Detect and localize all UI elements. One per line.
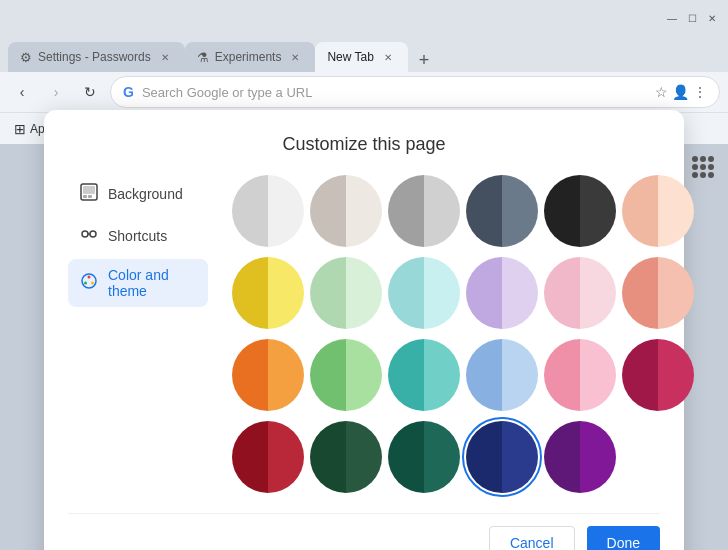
svg-rect-1: [83, 186, 95, 194]
color-swatch-red[interactable]: [232, 421, 304, 493]
settings-tab-icon: ⚙: [20, 50, 32, 65]
google-icon: G: [123, 84, 134, 100]
done-button[interactable]: Done: [587, 526, 660, 550]
color-swatch-gray1[interactable]: [232, 175, 304, 247]
tab-settings-label: Settings - Passwords: [38, 50, 151, 64]
color-swatch-blue-light[interactable]: [466, 339, 538, 411]
window-controls: — ☐ ✕: [664, 10, 720, 26]
svg-point-8: [88, 276, 91, 279]
menu-dots-icon[interactable]: ⋮: [693, 84, 707, 100]
shortcuts-icon: [80, 225, 98, 247]
svg-point-9: [91, 282, 94, 285]
tab-settings[interactable]: ⚙ Settings - Passwords ✕: [8, 42, 185, 72]
tab-settings-close[interactable]: ✕: [157, 49, 173, 65]
color-swatch-black[interactable]: [544, 175, 616, 247]
color-swatch-yellow[interactable]: [232, 257, 304, 329]
tab-experiments-close[interactable]: ✕: [287, 49, 303, 65]
minimize-button[interactable]: —: [664, 10, 680, 26]
tab-newtab[interactable]: New Tab ✕: [315, 42, 407, 72]
modal-overlay: Customize this page Backgro: [0, 144, 728, 550]
color-swatch-navy[interactable]: ✓: [466, 421, 538, 493]
color-swatch-mint[interactable]: [310, 257, 382, 329]
experiments-tab-icon: ⚗: [197, 50, 209, 65]
address-bar[interactable]: G Search Google or type a URL ☆ 👤 ⋮: [110, 76, 720, 108]
color-swatch-pink-light[interactable]: [544, 257, 616, 329]
color-swatch-peach[interactable]: [622, 175, 694, 247]
nav-background[interactable]: Background: [68, 175, 208, 213]
close-button[interactable]: ✕: [704, 10, 720, 26]
color-swatch-orange[interactable]: [232, 339, 304, 411]
color-swatch-gray3[interactable]: [388, 175, 460, 247]
color-swatch-teal[interactable]: [388, 339, 460, 411]
forward-button[interactable]: ›: [42, 78, 70, 106]
modal-title: Customize this page: [68, 134, 660, 155]
tab-experiments-label: Experiments: [215, 50, 282, 64]
nav-background-label: Background: [108, 186, 183, 202]
new-tab-button[interactable]: +: [412, 48, 436, 72]
cancel-button[interactable]: Cancel: [489, 526, 575, 550]
customize-modal: Customize this page Backgro: [44, 110, 684, 550]
address-text: Search Google or type a URL: [142, 85, 647, 100]
color-swatch-lavender[interactable]: [466, 257, 538, 329]
color-swatch-dark-green[interactable]: [310, 421, 382, 493]
tab-newtab-close[interactable]: ✕: [380, 49, 396, 65]
address-icons: ☆ 👤 ⋮: [655, 84, 707, 100]
tabs-bar: ⚙ Settings - Passwords ✕ ⚗ Experiments ✕…: [0, 36, 728, 72]
modal-body: Background Shortcuts: [68, 175, 660, 493]
color-section: ✓: [232, 175, 690, 493]
modal-footer: Cancel Done: [68, 513, 660, 550]
color-swatch-pink[interactable]: [544, 339, 616, 411]
maximize-button[interactable]: ☐: [684, 10, 700, 26]
svg-point-4: [82, 231, 88, 237]
nav-color-theme[interactable]: Color and theme: [68, 259, 208, 307]
color-swatch-crimson[interactable]: [622, 339, 694, 411]
svg-rect-3: [88, 195, 92, 198]
svg-point-5: [90, 231, 96, 237]
color-swatch-salmon[interactable]: [622, 257, 694, 329]
svg-point-10: [84, 282, 87, 285]
color-swatch-purple[interactable]: [544, 421, 616, 493]
back-button[interactable]: ‹: [8, 78, 36, 106]
page-content: Gmail Images Customize this page: [0, 144, 728, 550]
color-swatch-gray4[interactable]: [466, 175, 538, 247]
svg-rect-2: [83, 195, 87, 198]
star-icon[interactable]: ☆: [655, 84, 668, 100]
title-bar: — ☐ ✕: [0, 0, 728, 36]
color-theme-icon: [80, 272, 98, 294]
nav-shortcuts[interactable]: Shortcuts: [68, 217, 208, 255]
nav-color-label: Color and theme: [108, 267, 196, 299]
reload-button[interactable]: ↻: [76, 78, 104, 106]
sidebar-nav: Background Shortcuts: [68, 175, 208, 493]
color-swatch-gray2[interactable]: [310, 175, 382, 247]
nav-bar: ‹ › ↻ G Search Google or type a URL ☆ 👤 …: [0, 72, 728, 112]
nav-shortcuts-label: Shortcuts: [108, 228, 167, 244]
color-swatch-green[interactable]: [310, 339, 382, 411]
background-icon: [80, 183, 98, 205]
apps-grid-icon: ⊞: [14, 121, 26, 137]
color-swatch-dark-teal[interactable]: [388, 421, 460, 493]
tab-newtab-label: New Tab: [327, 50, 373, 64]
tab-experiments[interactable]: ⚗ Experiments ✕: [185, 42, 316, 72]
profile-icon[interactable]: 👤: [672, 84, 689, 100]
color-swatch-teal-light[interactable]: [388, 257, 460, 329]
